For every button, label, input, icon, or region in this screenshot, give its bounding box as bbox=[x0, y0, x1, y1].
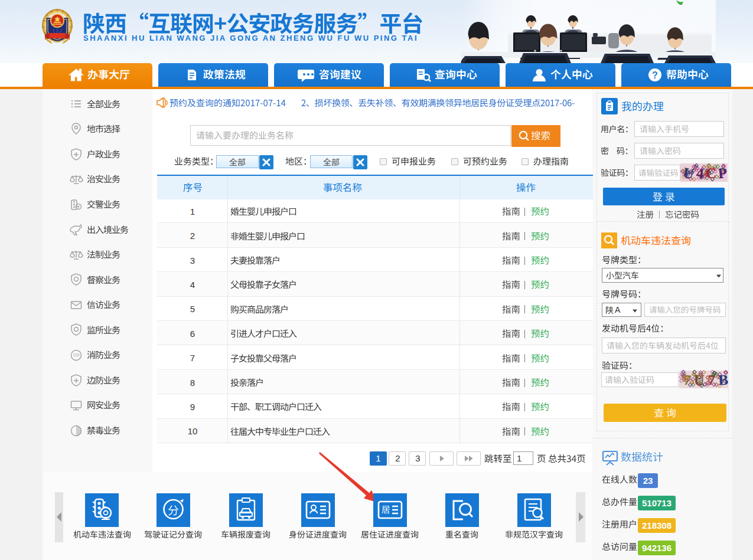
svg-text:119: 119 bbox=[73, 353, 80, 357]
svg-text:7: 7 bbox=[708, 372, 716, 388]
svg-text:C: C bbox=[706, 165, 716, 181]
svg-text:U: U bbox=[693, 372, 705, 388]
svg-text:P: P bbox=[717, 165, 728, 181]
svg-text:B: B bbox=[718, 372, 729, 388]
svg-text:?: ? bbox=[652, 70, 658, 80]
